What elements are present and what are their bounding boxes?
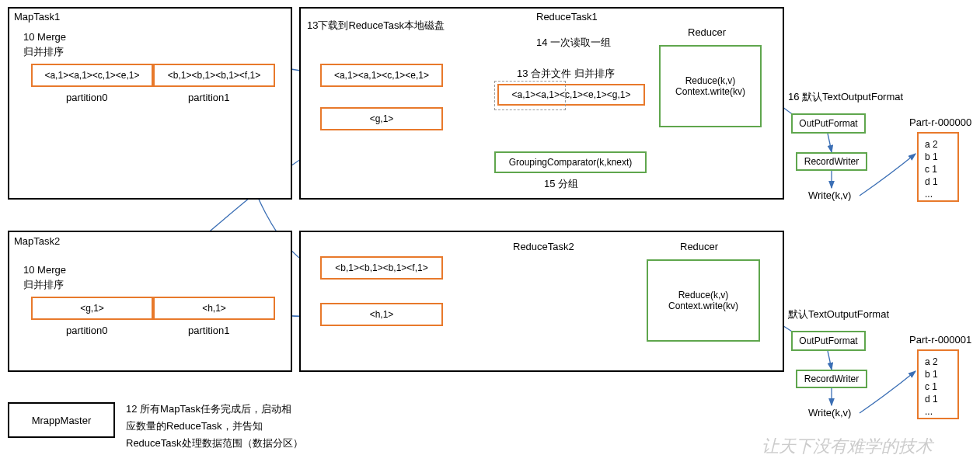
output2-outputformat: OutPutFormat bbox=[791, 331, 866, 351]
reducetask1-reducer-box: Reduce(k,v) Context.write(kv) bbox=[659, 45, 762, 127]
output1-filename: Part-r-000000 bbox=[909, 116, 971, 128]
reducetask2-file2-text: <h,1> bbox=[370, 309, 394, 320]
maptask2-merge2: 归并排序 bbox=[23, 278, 64, 292]
maptask1-p1: <b,1><b,1><b,1><f,1> bbox=[153, 64, 275, 87]
maptask2-p0label: partition0 bbox=[66, 325, 107, 336]
reducetask2-file2: <h,1> bbox=[320, 303, 443, 326]
maptask2-p1-text: <h,1> bbox=[202, 303, 226, 314]
reducetask1-title: ReduceTask1 bbox=[536, 11, 598, 23]
output2-defaultformat: 默认TextOutputFormat bbox=[788, 307, 889, 321]
output1-recordwriter: RecordWriter bbox=[796, 152, 867, 171]
reducetask2-reducer-label: Reducer bbox=[680, 241, 718, 252]
maptask1-merge: 10 Merge bbox=[23, 31, 66, 43]
maptask1-p1-text: <b,1><b,1><b,1><f,1> bbox=[168, 70, 260, 81]
watermark: 让天下没有难学的技术 bbox=[762, 435, 933, 458]
output1-recordwriter-text: RecordWriter bbox=[804, 156, 859, 167]
output2-write: Write(k,v) bbox=[808, 407, 851, 419]
maptask1-p0: <a,1><a,1><c,1><e,1> bbox=[31, 64, 153, 87]
master-box: MrappMaster bbox=[8, 402, 115, 438]
maptask2-p0: <g,1> bbox=[31, 297, 153, 320]
maptask1-merge2: 归并排序 bbox=[23, 45, 64, 59]
reducetask1-file2-text: <g,1> bbox=[370, 113, 394, 124]
master-note2: 应数量的ReduceTask，并告知 bbox=[126, 419, 263, 433]
output2-outputformat-text: OutPutFormat bbox=[799, 335, 857, 346]
master-note1: 12 所有MapTask任务完成后，启动相 bbox=[126, 402, 291, 416]
reducetask1-reducer-label: Reducer bbox=[688, 26, 726, 38]
reducetask1-readgroup: 14 一次读取一组 bbox=[536, 36, 611, 50]
reducetask1-file1-text: <a,1><a,1><c,1><e,1> bbox=[334, 70, 429, 81]
master-title: MrappMaster bbox=[32, 415, 92, 426]
reducetask2-reduce1: Reduce(k,v) bbox=[678, 290, 729, 300]
maptask2-p0-text: <g,1> bbox=[80, 303, 104, 314]
reducetask2-title: ReduceTask2 bbox=[513, 241, 574, 252]
maptask1-p0label: partition0 bbox=[66, 92, 107, 103]
reducetask1-dashed bbox=[494, 81, 566, 110]
output2-content: a 2 b 1 c 1 d 1 ... bbox=[925, 356, 938, 418]
reducetask1-file1: <a,1><a,1><c,1><e,1> bbox=[320, 64, 443, 87]
reducetask1-download: 13下载到ReduceTask本地磁盘 bbox=[307, 19, 445, 33]
reducetask1-reduce1: Reduce(k,v) bbox=[685, 75, 736, 86]
reducetask2-reducer-box: Reduce(k,v) Context.write(kv) bbox=[647, 259, 760, 342]
reducetask1-grouplabel: 15 分组 bbox=[544, 177, 578, 191]
output1-write: Write(k,v) bbox=[808, 189, 851, 201]
output1-defaultformat: 16 默认TextOutputFormat bbox=[788, 90, 903, 104]
maptask2-p1: <h,1> bbox=[153, 297, 275, 320]
reducetask1-mergefiles: 13 合并文件 归并排序 bbox=[517, 67, 615, 81]
reducetask2-file1: <b,1><b,1><b,1><f,1> bbox=[320, 256, 443, 280]
reducetask1-grouping: GroupingComparator(k,knext) bbox=[494, 151, 647, 173]
maptask2-title: MapTask2 bbox=[14, 235, 60, 247]
maptask2-p1label: partition1 bbox=[188, 325, 229, 336]
maptask1-p0-text: <a,1><a,1><c,1><e,1> bbox=[44, 70, 139, 81]
maptask1-title: MapTask1 bbox=[14, 11, 60, 23]
output1-outputformat: OutPutFormat bbox=[791, 113, 866, 134]
output2-filename: Part-r-000001 bbox=[909, 334, 971, 346]
reducetask1-reduce2: Context.write(kv) bbox=[675, 86, 745, 97]
output2-recordwriter-text: RecordWriter bbox=[804, 373, 859, 384]
output2-filebox bbox=[917, 349, 959, 419]
reducetask2-file1-text: <b,1><b,1><b,1><f,1> bbox=[335, 262, 427, 273]
maptask2-merge: 10 Merge bbox=[23, 264, 66, 276]
reducetask2-reduce2: Context.write(kv) bbox=[668, 300, 738, 311]
reducetask1-grouping-text: GroupingComparator(k,knext) bbox=[509, 157, 633, 168]
reducetask1-file2: <g,1> bbox=[320, 107, 443, 130]
output2-recordwriter: RecordWriter bbox=[796, 370, 867, 388]
output1-filebox bbox=[917, 132, 959, 202]
output1-content: a 2 b 1 c 1 d 1 ... bbox=[925, 138, 938, 200]
maptask1-p1label: partition1 bbox=[188, 92, 229, 103]
master-note3: ReduceTask处理数据范围（数据分区） bbox=[126, 436, 303, 450]
output1-outputformat-text: OutPutFormat bbox=[799, 118, 857, 129]
